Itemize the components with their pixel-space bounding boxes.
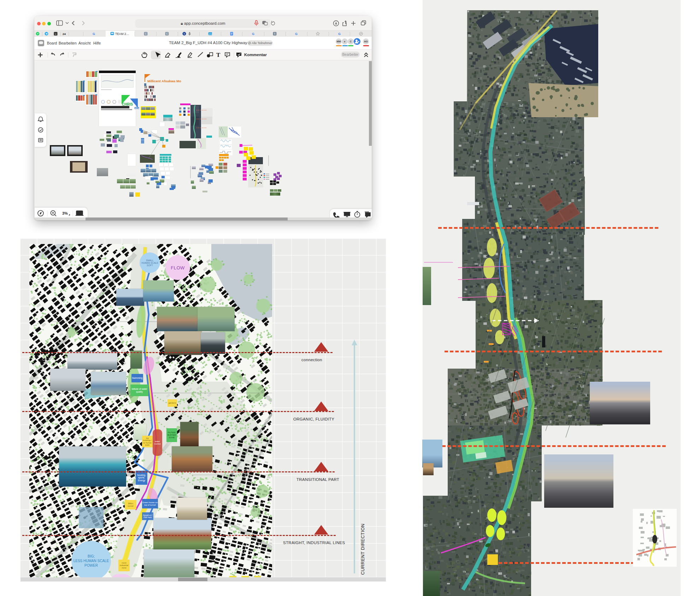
svg-text:S: S (274, 32, 276, 35)
svg-text:oOo: oOo (208, 33, 212, 35)
svg-text:G: G (252, 32, 254, 36)
svg-text:G: G (338, 32, 341, 36)
svg-text:b: b (184, 32, 185, 35)
svg-text:T: T (216, 52, 220, 58)
svg-text:tu: tu (55, 33, 56, 35)
svg-text:3%: 3% (62, 211, 68, 215)
svg-text:C: C (166, 32, 168, 35)
svg-text:G: G (295, 32, 298, 36)
svg-text:24: 24 (63, 32, 66, 36)
svg-text:G: G (93, 32, 95, 36)
svg-text:C: C (145, 32, 147, 35)
